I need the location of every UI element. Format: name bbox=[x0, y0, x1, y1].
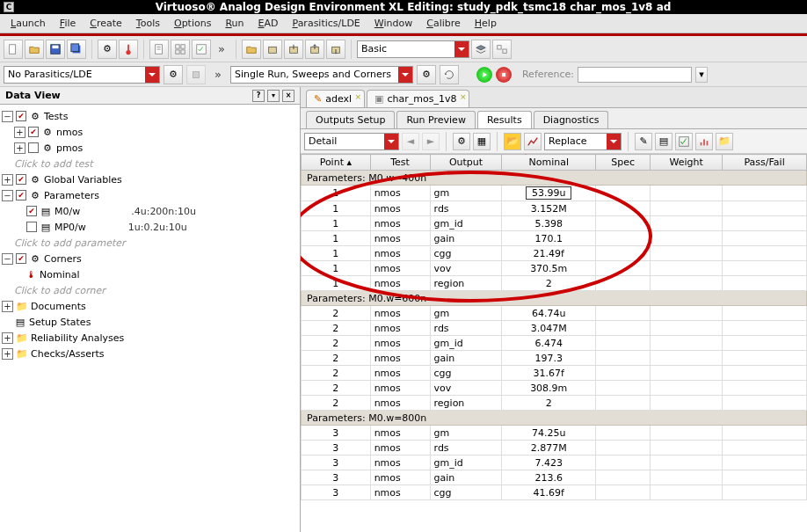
menu-create[interactable]: Create bbox=[84, 16, 127, 31]
col-test[interactable]: Test bbox=[370, 155, 430, 171]
table-row[interactable]: 2nmosregion2 bbox=[302, 396, 807, 411]
expander[interactable]: − bbox=[2, 253, 13, 265]
menu-calibre[interactable]: Calibre bbox=[421, 16, 466, 31]
checkbox[interactable] bbox=[28, 142, 39, 153]
grid-icon[interactable]: ▦ bbox=[473, 133, 491, 150]
menu-tools[interactable]: Tools bbox=[131, 16, 165, 31]
gear3-icon[interactable]: ⚙ bbox=[417, 65, 436, 84]
menu-help[interactable]: Help bbox=[469, 16, 502, 31]
col-pass-fail[interactable]: Pass/Fail bbox=[723, 155, 807, 171]
expander[interactable]: + bbox=[2, 301, 13, 312]
expander[interactable]: + bbox=[14, 127, 25, 138]
box-icon[interactable] bbox=[263, 40, 282, 59]
gear-icon[interactable]: ⚙ bbox=[98, 40, 117, 59]
table-row[interactable]: 3nmosrds2.877M bbox=[302, 441, 807, 455]
grid-icon[interactable] bbox=[171, 40, 190, 59]
dropdown-icon[interactable] bbox=[398, 67, 412, 83]
boxdn-icon[interactable] bbox=[326, 40, 345, 59]
table-row[interactable]: 1nmosgm_id5.398 bbox=[302, 216, 807, 231]
nav-next-icon[interactable]: ► bbox=[422, 133, 440, 150]
tree-tests[interactable]: Tests bbox=[44, 111, 68, 122]
dropdown-icon[interactable] bbox=[384, 134, 398, 149]
checkbox[interactable] bbox=[16, 253, 26, 264]
folder-yellow-icon[interactable]: 📂 bbox=[504, 133, 521, 150]
replace-input[interactable] bbox=[545, 134, 607, 149]
reference-input[interactable] bbox=[578, 67, 692, 83]
hist-chart-icon[interactable] bbox=[695, 133, 713, 150]
detail-input[interactable] bbox=[305, 134, 384, 149]
boxin-icon[interactable] bbox=[284, 40, 303, 59]
ref-dd-icon[interactable]: ▾ bbox=[695, 67, 708, 83]
detail-combo[interactable] bbox=[304, 133, 399, 150]
expander[interactable]: − bbox=[2, 111, 13, 122]
col-output[interactable]: Output bbox=[430, 155, 502, 171]
tree-corners[interactable]: Corners bbox=[44, 253, 82, 265]
tab-close-icon[interactable]: × bbox=[355, 92, 362, 101]
checkbox[interactable] bbox=[28, 127, 39, 137]
menu-options[interactable]: Options bbox=[169, 16, 216, 31]
tree-pmos[interactable]: pmos bbox=[56, 142, 83, 154]
tab-close-icon[interactable]: × bbox=[460, 92, 467, 101]
expander[interactable]: − bbox=[2, 190, 13, 201]
chart-icon[interactable] bbox=[524, 133, 542, 150]
table-row[interactable]: 2nmosgain197.3 bbox=[302, 351, 807, 366]
minimize-icon[interactable]: ▾ bbox=[267, 90, 280, 102]
table-row[interactable]: 3nmosgm74.25u bbox=[302, 426, 807, 441]
gear2-icon[interactable]: ⚙ bbox=[164, 65, 183, 84]
subtab-diagnostics[interactable]: Diagnostics bbox=[534, 111, 609, 128]
tree-setup[interactable]: Setup States bbox=[29, 317, 91, 328]
table-row[interactable]: 1nmosregion2 bbox=[302, 276, 807, 291]
tree-nmos[interactable]: nmos bbox=[56, 127, 83, 138]
thermometer-icon[interactable] bbox=[119, 40, 138, 59]
table-row[interactable]: 1nmoscgg21.49f bbox=[302, 246, 807, 261]
tab-adexl[interactable]: ✎adexl× bbox=[306, 90, 365, 107]
table-row[interactable]: 3nmosgm_id7.423 bbox=[302, 455, 807, 470]
toolbar-more[interactable]: » bbox=[218, 42, 225, 55]
subtab-outputs-setup[interactable]: Outputs Setup bbox=[306, 111, 395, 128]
expander[interactable]: + bbox=[2, 332, 13, 344]
table-row[interactable]: 2nmosrds3.047M bbox=[302, 321, 807, 336]
doc-icon[interactable] bbox=[149, 40, 169, 59]
col-spec[interactable]: Spec bbox=[596, 155, 651, 171]
checkbox[interactable] bbox=[16, 174, 26, 185]
help-icon[interactable]: ? bbox=[252, 90, 265, 102]
table-row[interactable]: 1nmosgain170.1 bbox=[302, 231, 807, 246]
subtab-results[interactable]: Results bbox=[477, 111, 532, 128]
param-name[interactable]: MP0/w bbox=[55, 222, 86, 233]
expander[interactable]: + bbox=[14, 142, 25, 154]
menu-file[interactable]: File bbox=[55, 16, 81, 31]
table-row[interactable]: 2nmoscgg31.67f bbox=[302, 366, 807, 381]
col-point[interactable]: Point ▴ bbox=[302, 155, 371, 171]
open2-icon[interactable] bbox=[242, 40, 261, 59]
add-param-hint[interactable]: Click to add parameter bbox=[14, 235, 298, 251]
tree-docs[interactable]: Documents bbox=[31, 301, 86, 312]
saveall-icon[interactable] bbox=[67, 40, 86, 59]
gear-icon[interactable]: ⚙ bbox=[453, 133, 470, 150]
folder-blue-icon[interactable]: 📁 bbox=[716, 133, 733, 150]
col-nominal[interactable]: Nominal bbox=[502, 155, 596, 171]
group-header[interactable]: Parameters: M0.w=400n bbox=[302, 171, 807, 186]
add-test-hint[interactable]: Click to add test bbox=[14, 156, 298, 171]
table-row[interactable]: 2nmosvov308.9m bbox=[302, 381, 807, 396]
menu-ead[interactable]: EAD bbox=[253, 16, 284, 31]
dropdown-icon[interactable] bbox=[607, 134, 621, 149]
checkbox[interactable] bbox=[26, 206, 37, 216]
hist-icon[interactable] bbox=[440, 65, 459, 84]
tree-params[interactable]: Parameters bbox=[44, 190, 99, 201]
layers-icon[interactable] bbox=[471, 40, 491, 59]
run-button[interactable] bbox=[476, 67, 492, 83]
tree-checks[interactable]: Checks/Asserts bbox=[31, 348, 105, 360]
table-row[interactable]: 3nmoscgg41.69f bbox=[302, 485, 807, 500]
tab-charmos[interactable]: ▣char_mos_1v8× bbox=[367, 90, 469, 107]
add-corner-hint[interactable]: Click to add corner bbox=[14, 282, 298, 298]
close-icon[interactable]: × bbox=[282, 90, 294, 102]
table-row[interactable]: 2nmosgm64.74u bbox=[302, 306, 807, 321]
nav-prev-icon[interactable]: ◄ bbox=[402, 133, 419, 150]
basic-input[interactable] bbox=[358, 41, 454, 57]
subtab-run-preview[interactable]: Run Preview bbox=[396, 111, 475, 128]
expander[interactable]: + bbox=[2, 174, 13, 186]
parasitics-combo[interactable] bbox=[4, 66, 160, 84]
expander[interactable]: + bbox=[2, 348, 13, 360]
checklist-icon[interactable] bbox=[192, 40, 211, 59]
tree-global-vars[interactable]: Global Variables bbox=[44, 174, 122, 186]
